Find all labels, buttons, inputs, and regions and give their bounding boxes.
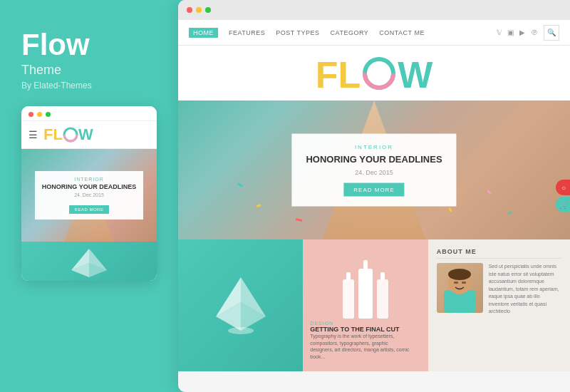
mobile-hero-date: 24. Dec 2015 <box>42 192 136 197</box>
about-title: ABOUT ME <box>437 248 561 259</box>
mobile-top-bar <box>21 106 157 121</box>
hamburger-icon[interactable]: ☰ <box>28 129 38 140</box>
desktop-hero-title: HONORING YOUR DEADLINES <box>306 153 442 165</box>
mobile-origami-bird <box>68 245 110 277</box>
mobile-logo: FL W <box>43 125 93 144</box>
desktop-read-more-btn[interactable]: READ MORE <box>343 183 404 197</box>
origami-bird-svg <box>202 267 280 345</box>
about-image <box>437 263 483 313</box>
float-btn-1[interactable]: ○ <box>556 180 570 195</box>
about-text: Sed ut perspiciatis unde omnis iste natu… <box>489 263 561 316</box>
instagram-icon[interactable]: ▣ <box>507 29 514 36</box>
nav-item-post-types[interactable]: POST TYPES <box>276 29 319 36</box>
mobile-dot-2 <box>37 112 42 117</box>
right-panel: HOME FEATURES POST TYPES CATEGORY CONTAC… <box>178 0 570 392</box>
desktop-hero-card: INTERIOR HONORING YOUR DEADLINES 24. Dec… <box>291 133 456 207</box>
grid-card-2-title: GETTING TO THE FINAL CUT <box>310 326 410 333</box>
search-button[interactable]: 🔍 <box>544 25 559 41</box>
mobile-dot-3 <box>46 112 51 117</box>
desktop-nav: HOME FEATURES POST TYPES CATEGORY CONTAC… <box>178 20 570 46</box>
svg-point-12 <box>228 327 254 334</box>
svg-rect-17 <box>462 282 466 284</box>
nav-item-features[interactable]: FEATURES <box>229 29 265 36</box>
desktop-logo-area: FL W <box>178 46 570 100</box>
theme-byline: By Elated-Themes <box>21 81 153 91</box>
twitter-icon[interactable]: 𝕍 <box>497 29 502 36</box>
floating-buttons: ○ 🛒 <box>556 180 570 212</box>
mobile-hero-title: HONORING YOUR DEADLINES <box>42 183 136 191</box>
grid-card-2-category: DESIGN <box>310 321 410 326</box>
nav-item-home[interactable]: HOME <box>189 28 218 38</box>
grid-card-2-text: DESIGN GETTING TO THE FINAL CUT Typograp… <box>310 321 410 361</box>
theme-title: Flow <box>21 29 153 61</box>
mobile-bottom-image <box>21 242 157 281</box>
facebook-icon[interactable]: ▶ <box>519 29 525 36</box>
mobile-hero-card: INTERIOR HONORING YOUR DEADLINES 24. Dec… <box>35 171 143 220</box>
desktop-nav-icons: 𝕍 ▣ ▶ ℗ 🔍 <box>497 25 559 41</box>
grid-card-about: ABOUT ME <box>428 239 570 371</box>
grid-card-origami <box>178 239 303 371</box>
person-svg <box>437 263 483 313</box>
mobile-hero: INTERIOR HONORING YOUR DEADLINES 24. Dec… <box>21 149 157 242</box>
float-btn-2[interactable]: 🛒 <box>556 197 570 212</box>
bottle-3 <box>377 272 388 319</box>
desktop-logo: FL W <box>316 56 433 93</box>
left-panel: Flow Theme By Elated-Themes ☰ FL W <box>0 0 175 392</box>
mobile-dot-1 <box>28 112 33 117</box>
desktop-hero-category: INTERIOR <box>306 143 442 150</box>
desktop-dot-3 <box>205 7 211 13</box>
svg-rect-16 <box>454 282 458 284</box>
desktop-top-bar <box>178 0 570 20</box>
desktop-hero-date: 24. Dec 2015 <box>306 169 442 176</box>
grid-card-2-desc: Typography is the work of typesetters, c… <box>310 333 410 361</box>
svg-point-15 <box>448 269 471 280</box>
mobile-logo-swirl <box>63 127 78 143</box>
desktop-dot-2 <box>196 7 202 13</box>
theme-subtitle: Theme <box>21 63 153 78</box>
bottle-1 <box>343 272 354 319</box>
nav-item-contact[interactable]: CONTACT ME <box>379 29 425 36</box>
desktop-dot-1 <box>187 7 192 13</box>
desktop-logo-swirl <box>361 55 398 92</box>
nav-item-category[interactable]: CATEGORY <box>331 29 369 36</box>
pinterest-icon[interactable]: ℗ <box>531 29 538 36</box>
mobile-nav: ☰ FL W <box>21 121 157 149</box>
about-content: Sed ut perspiciatis unde omnis iste natu… <box>437 263 561 316</box>
mobile-read-more-btn[interactable]: READ MORE <box>69 205 110 214</box>
mobile-hero-category: INTERIOR <box>42 177 136 182</box>
desktop-grid: DESIGN GETTING TO THE FINAL CUT Typograp… <box>178 239 570 371</box>
desktop-hero: INTERIOR HONORING YOUR DEADLINES 24. Dec… <box>178 100 570 239</box>
grid-card-bottles: DESIGN GETTING TO THE FINAL CUT Typograp… <box>303 239 428 371</box>
mobile-mockup: ☰ FL W INTERIOR HONORING YOUR DEADLINES … <box>21 106 157 281</box>
bottle-2 <box>358 260 373 319</box>
